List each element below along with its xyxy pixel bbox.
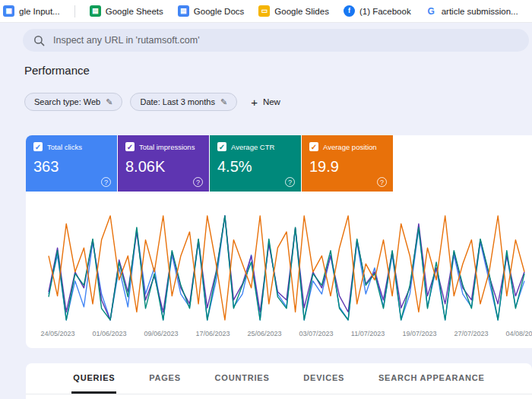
- filter-chips-row: Search type: Web ✎ Date: Last 3 months ✎…: [24, 93, 280, 111]
- bookmark-item[interactable]: Garticle submission...: [426, 5, 518, 17]
- metric-card-average-ctr[interactable]: ✓Average CTR4.5%?: [210, 135, 301, 192]
- metric-label: Average CTR: [231, 143, 274, 151]
- bookmarks-bar: ▦gle Input...▤Google Sheets▤Google Docs▭…: [0, 0, 532, 23]
- docs-icon: ▤: [178, 5, 189, 17]
- metric-card-header: ✓Average CTR: [217, 142, 293, 151]
- bookmark-label: Google Slides: [274, 7, 329, 16]
- x-axis-label: 24/05/2023: [40, 330, 74, 337]
- facebook-icon: f: [344, 5, 355, 17]
- search-type-chip[interactable]: Search type: Web ✎: [24, 93, 122, 111]
- bookmark-label: Google Sheets: [106, 7, 163, 16]
- x-axis-label: 01/06/2023: [92, 330, 126, 337]
- plus-icon: +: [251, 97, 258, 108]
- bookmark-item[interactable]: ▤Google Docs: [178, 5, 244, 17]
- search-console-screen: ▦gle Input...▤Google Sheets▤Google Docs▭…: [0, 0, 532, 399]
- tab-queries[interactable]: QUERIES: [71, 363, 116, 394]
- page-title: Performance: [24, 64, 90, 77]
- help-icon[interactable]: ?: [101, 177, 111, 187]
- metric-label: Total impressions: [139, 143, 195, 151]
- search-placeholder: Inspect any URL in 'rutamsoft.com': [53, 35, 200, 46]
- help-icon[interactable]: ?: [285, 177, 295, 187]
- metric-value: 8.06K: [125, 158, 201, 176]
- slides-icon: ▭: [258, 5, 270, 17]
- metric-checkbox[interactable]: ✓: [33, 142, 43, 151]
- date-range-chip[interactable]: Date: Last 3 months ✎: [130, 93, 237, 111]
- url-inspect-search[interactable]: Inspect any URL in 'rutamsoft.com': [23, 29, 529, 52]
- x-axis-label: 03/07/2023: [299, 330, 333, 337]
- metric-label: Average position: [323, 143, 377, 151]
- x-axis-label: 17/06/2023: [195, 330, 230, 337]
- metric-checkbox[interactable]: ✓: [125, 142, 135, 151]
- metric-card-total-clicks[interactable]: ✓Total clicks363?: [26, 135, 117, 192]
- metric-card-header: ✓Average position: [309, 142, 385, 151]
- x-axis-label: 04/08/2023: [505, 330, 532, 337]
- x-axis-label: 09/06/2023: [144, 330, 178, 337]
- date-range-chip-label: Date: Last 3 months: [140, 97, 214, 106]
- metric-card-total-impressions[interactable]: ✓Total impressions8.06K?: [118, 135, 209, 192]
- dimension-tabs-panel: QUERIESPAGESCOUNTRIESDEVICESSEARCH APPEA…: [26, 363, 532, 399]
- tab-search-appearance[interactable]: SEARCH APPEARANCE: [377, 363, 486, 394]
- help-icon[interactable]: ?: [193, 177, 203, 187]
- search-type-chip-label: Search type: Web: [34, 97, 100, 106]
- google-g-icon: G: [426, 5, 437, 17]
- metric-card-header: ✓Total clicks: [33, 142, 109, 151]
- x-axis-label: 11/07/2023: [351, 330, 385, 337]
- metric-card-average-position[interactable]: ✓Average position19.9?: [302, 135, 393, 192]
- metric-cards-row: ✓Total clicks363?✓Total impressions8.06K…: [26, 135, 532, 192]
- bookmark-item[interactable]: ▭Google Slides: [258, 5, 329, 17]
- tab-pages[interactable]: PAGES: [147, 363, 182, 394]
- tab-countries[interactable]: COUNTRIES: [214, 363, 271, 394]
- x-axis-label: 19/07/2023: [402, 330, 436, 337]
- search-icon: [33, 35, 45, 46]
- x-axis-label: 25/06/2023: [247, 330, 281, 337]
- metric-card-header: ✓Total impressions: [125, 142, 201, 151]
- performance-chart-panel: ✓Total clicks363?✓Total impressions8.06K…: [26, 135, 532, 348]
- edit-pencil-icon: ✎: [106, 97, 112, 107]
- new-filter-button[interactable]: + New: [251, 97, 280, 108]
- metric-label: Total clicks: [47, 143, 82, 151]
- bookmark-item[interactable]: ▦gle Input...: [3, 5, 60, 17]
- help-icon[interactable]: ?: [377, 177, 387, 187]
- bookmark-label: (1) Facebook: [359, 7, 411, 16]
- metric-checkbox[interactable]: ✓: [309, 142, 318, 151]
- x-axis-label: 27/07/2023: [454, 330, 488, 337]
- bookmark-label: article submission...: [442, 7, 518, 16]
- bookmark-item[interactable]: ▤Google Sheets: [90, 5, 163, 17]
- bookmark-item[interactable]: f(1) Facebook: [344, 5, 411, 17]
- metric-value: 4.5%: [217, 158, 293, 176]
- performance-line-chart: 24/05/202301/06/202309/06/202317/06/2023…: [26, 195, 532, 347]
- dimension-tabs: QUERIESPAGESCOUNTRIESDEVICESSEARCH APPEA…: [26, 363, 532, 394]
- input-tools-icon: ▦: [3, 5, 14, 17]
- metric-checkbox[interactable]: ✓: [217, 142, 226, 151]
- bookmarks-divider: [74, 5, 75, 17]
- metric-value: 363: [33, 158, 109, 176]
- edit-pencil-icon: ✎: [220, 97, 227, 107]
- new-filter-label: New: [263, 97, 280, 106]
- tab-devices[interactable]: DEVICES: [302, 363, 346, 394]
- bookmark-label: gle Input...: [19, 7, 60, 16]
- bookmark-label: Google Docs: [194, 7, 244, 16]
- metric-value: 19.9: [309, 158, 385, 176]
- sheets-icon: ▤: [90, 5, 101, 17]
